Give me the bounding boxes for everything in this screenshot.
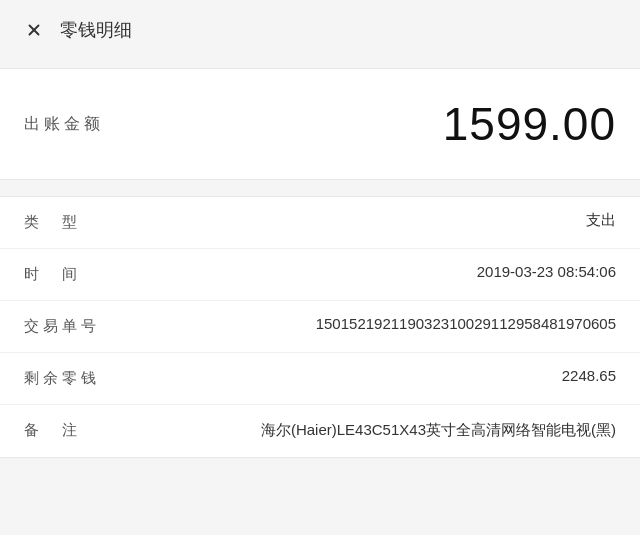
details-section: 类 型支出时 间2019-03-23 08:54:06交易单号150152192… — [0, 196, 640, 458]
close-button[interactable] — [20, 16, 48, 44]
amount-label: 出账金额 — [24, 114, 104, 135]
detail-row: 备 注海尔(Haier)LE43C51X43英寸全高清网络智能电视(黑) — [0, 405, 640, 457]
detail-label: 类 型 — [24, 211, 104, 232]
amount-value: 1599.00 — [443, 97, 616, 151]
detail-row: 剩余零钱2248.65 — [0, 353, 640, 405]
header: 零钱明细 — [0, 0, 640, 60]
detail-label: 时 间 — [24, 263, 104, 284]
detail-row: 交易单号150152192119032310029112958481970605 — [0, 301, 640, 353]
detail-label: 备 注 — [24, 419, 104, 440]
detail-value: 2019-03-23 08:54:06 — [104, 263, 616, 280]
detail-value: 支出 — [104, 211, 616, 230]
detail-row: 类 型支出 — [0, 197, 640, 249]
page-title: 零钱明细 — [60, 18, 132, 42]
detail-label: 剩余零钱 — [24, 367, 104, 388]
detail-value: 海尔(Haier)LE43C51X43英寸全高清网络智能电视(黑) — [104, 419, 616, 442]
detail-value: 150152192119032310029112958481970605 — [104, 315, 616, 332]
detail-row: 时 间2019-03-23 08:54:06 — [0, 249, 640, 301]
detail-label: 交易单号 — [24, 315, 104, 336]
amount-section: 出账金额 1599.00 — [0, 68, 640, 180]
detail-value: 2248.65 — [104, 367, 616, 384]
